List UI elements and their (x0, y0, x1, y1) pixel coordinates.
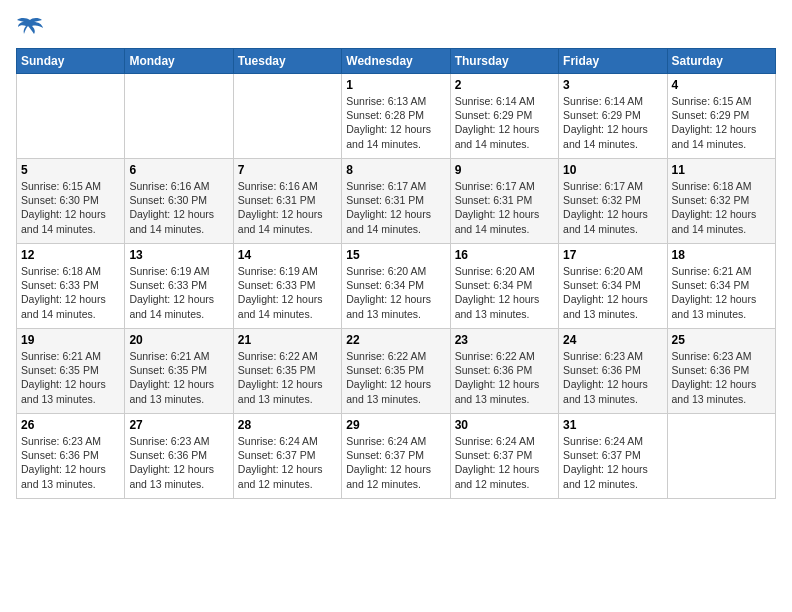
day-info: Sunrise: 6:24 AM Sunset: 6:37 PM Dayligh… (563, 434, 662, 491)
day-number: 9 (455, 163, 554, 177)
day-number: 31 (563, 418, 662, 432)
calendar-cell: 19Sunrise: 6:21 AM Sunset: 6:35 PM Dayli… (17, 329, 125, 414)
day-number: 27 (129, 418, 228, 432)
calendar-cell: 8Sunrise: 6:17 AM Sunset: 6:31 PM Daylig… (342, 159, 450, 244)
day-number: 30 (455, 418, 554, 432)
calendar-cell: 12Sunrise: 6:18 AM Sunset: 6:33 PM Dayli… (17, 244, 125, 329)
day-info: Sunrise: 6:15 AM Sunset: 6:29 PM Dayligh… (672, 94, 771, 151)
day-info: Sunrise: 6:19 AM Sunset: 6:33 PM Dayligh… (129, 264, 228, 321)
day-info: Sunrise: 6:14 AM Sunset: 6:29 PM Dayligh… (455, 94, 554, 151)
day-number: 15 (346, 248, 445, 262)
day-number: 29 (346, 418, 445, 432)
day-info: Sunrise: 6:24 AM Sunset: 6:37 PM Dayligh… (238, 434, 337, 491)
day-number: 17 (563, 248, 662, 262)
logo-icon (16, 16, 44, 40)
day-info: Sunrise: 6:23 AM Sunset: 6:36 PM Dayligh… (672, 349, 771, 406)
day-number: 18 (672, 248, 771, 262)
day-info: Sunrise: 6:24 AM Sunset: 6:37 PM Dayligh… (346, 434, 445, 491)
logo (16, 16, 48, 40)
day-number: 12 (21, 248, 120, 262)
day-number: 10 (563, 163, 662, 177)
day-number: 8 (346, 163, 445, 177)
day-number: 22 (346, 333, 445, 347)
calendar-cell: 16Sunrise: 6:20 AM Sunset: 6:34 PM Dayli… (450, 244, 558, 329)
calendar-cell (125, 74, 233, 159)
day-info: Sunrise: 6:21 AM Sunset: 6:35 PM Dayligh… (21, 349, 120, 406)
day-number: 21 (238, 333, 337, 347)
day-info: Sunrise: 6:23 AM Sunset: 6:36 PM Dayligh… (21, 434, 120, 491)
calendar-cell: 18Sunrise: 6:21 AM Sunset: 6:34 PM Dayli… (667, 244, 775, 329)
calendar-cell: 14Sunrise: 6:19 AM Sunset: 6:33 PM Dayli… (233, 244, 341, 329)
day-info: Sunrise: 6:17 AM Sunset: 6:32 PM Dayligh… (563, 179, 662, 236)
week-row: 12Sunrise: 6:18 AM Sunset: 6:33 PM Dayli… (17, 244, 776, 329)
weekday-header: Sunday (17, 49, 125, 74)
day-info: Sunrise: 6:17 AM Sunset: 6:31 PM Dayligh… (346, 179, 445, 236)
calendar-cell (233, 74, 341, 159)
day-number: 19 (21, 333, 120, 347)
day-number: 16 (455, 248, 554, 262)
calendar-cell: 28Sunrise: 6:24 AM Sunset: 6:37 PM Dayli… (233, 414, 341, 499)
page-header (16, 16, 776, 40)
calendar-cell: 25Sunrise: 6:23 AM Sunset: 6:36 PM Dayli… (667, 329, 775, 414)
calendar-cell: 1Sunrise: 6:13 AM Sunset: 6:28 PM Daylig… (342, 74, 450, 159)
calendar-cell: 3Sunrise: 6:14 AM Sunset: 6:29 PM Daylig… (559, 74, 667, 159)
day-number: 4 (672, 78, 771, 92)
calendar-cell: 30Sunrise: 6:24 AM Sunset: 6:37 PM Dayli… (450, 414, 558, 499)
weekday-header: Saturday (667, 49, 775, 74)
calendar-cell: 20Sunrise: 6:21 AM Sunset: 6:35 PM Dayli… (125, 329, 233, 414)
day-info: Sunrise: 6:20 AM Sunset: 6:34 PM Dayligh… (563, 264, 662, 321)
day-number: 3 (563, 78, 662, 92)
calendar-cell: 11Sunrise: 6:18 AM Sunset: 6:32 PM Dayli… (667, 159, 775, 244)
calendar-cell (667, 414, 775, 499)
calendar-cell: 9Sunrise: 6:17 AM Sunset: 6:31 PM Daylig… (450, 159, 558, 244)
day-info: Sunrise: 6:13 AM Sunset: 6:28 PM Dayligh… (346, 94, 445, 151)
calendar-cell: 29Sunrise: 6:24 AM Sunset: 6:37 PM Dayli… (342, 414, 450, 499)
day-info: Sunrise: 6:23 AM Sunset: 6:36 PM Dayligh… (563, 349, 662, 406)
calendar-cell: 21Sunrise: 6:22 AM Sunset: 6:35 PM Dayli… (233, 329, 341, 414)
calendar-cell: 23Sunrise: 6:22 AM Sunset: 6:36 PM Dayli… (450, 329, 558, 414)
day-info: Sunrise: 6:24 AM Sunset: 6:37 PM Dayligh… (455, 434, 554, 491)
day-info: Sunrise: 6:23 AM Sunset: 6:36 PM Dayligh… (129, 434, 228, 491)
week-row: 1Sunrise: 6:13 AM Sunset: 6:28 PM Daylig… (17, 74, 776, 159)
weekday-header: Thursday (450, 49, 558, 74)
calendar-cell: 2Sunrise: 6:14 AM Sunset: 6:29 PM Daylig… (450, 74, 558, 159)
day-number: 5 (21, 163, 120, 177)
calendar-cell: 5Sunrise: 6:15 AM Sunset: 6:30 PM Daylig… (17, 159, 125, 244)
weekday-header-row: SundayMondayTuesdayWednesdayThursdayFrid… (17, 49, 776, 74)
day-number: 23 (455, 333, 554, 347)
calendar-cell: 7Sunrise: 6:16 AM Sunset: 6:31 PM Daylig… (233, 159, 341, 244)
day-number: 6 (129, 163, 228, 177)
day-number: 28 (238, 418, 337, 432)
day-info: Sunrise: 6:21 AM Sunset: 6:35 PM Dayligh… (129, 349, 228, 406)
calendar-cell: 31Sunrise: 6:24 AM Sunset: 6:37 PM Dayli… (559, 414, 667, 499)
day-info: Sunrise: 6:15 AM Sunset: 6:30 PM Dayligh… (21, 179, 120, 236)
weekday-header: Tuesday (233, 49, 341, 74)
calendar-cell (17, 74, 125, 159)
day-info: Sunrise: 6:16 AM Sunset: 6:30 PM Dayligh… (129, 179, 228, 236)
day-info: Sunrise: 6:22 AM Sunset: 6:35 PM Dayligh… (238, 349, 337, 406)
day-number: 26 (21, 418, 120, 432)
day-info: Sunrise: 6:18 AM Sunset: 6:32 PM Dayligh… (672, 179, 771, 236)
day-info: Sunrise: 6:20 AM Sunset: 6:34 PM Dayligh… (455, 264, 554, 321)
day-number: 11 (672, 163, 771, 177)
day-number: 2 (455, 78, 554, 92)
week-row: 5Sunrise: 6:15 AM Sunset: 6:30 PM Daylig… (17, 159, 776, 244)
calendar-cell: 24Sunrise: 6:23 AM Sunset: 6:36 PM Dayli… (559, 329, 667, 414)
calendar-cell: 13Sunrise: 6:19 AM Sunset: 6:33 PM Dayli… (125, 244, 233, 329)
calendar-cell: 17Sunrise: 6:20 AM Sunset: 6:34 PM Dayli… (559, 244, 667, 329)
day-number: 7 (238, 163, 337, 177)
weekday-header: Friday (559, 49, 667, 74)
day-info: Sunrise: 6:17 AM Sunset: 6:31 PM Dayligh… (455, 179, 554, 236)
calendar-cell: 4Sunrise: 6:15 AM Sunset: 6:29 PM Daylig… (667, 74, 775, 159)
calendar-cell: 10Sunrise: 6:17 AM Sunset: 6:32 PM Dayli… (559, 159, 667, 244)
day-info: Sunrise: 6:14 AM Sunset: 6:29 PM Dayligh… (563, 94, 662, 151)
day-number: 13 (129, 248, 228, 262)
day-number: 25 (672, 333, 771, 347)
day-info: Sunrise: 6:18 AM Sunset: 6:33 PM Dayligh… (21, 264, 120, 321)
calendar-cell: 6Sunrise: 6:16 AM Sunset: 6:30 PM Daylig… (125, 159, 233, 244)
calendar-cell: 26Sunrise: 6:23 AM Sunset: 6:36 PM Dayli… (17, 414, 125, 499)
week-row: 26Sunrise: 6:23 AM Sunset: 6:36 PM Dayli… (17, 414, 776, 499)
calendar-cell: 22Sunrise: 6:22 AM Sunset: 6:35 PM Dayli… (342, 329, 450, 414)
day-info: Sunrise: 6:19 AM Sunset: 6:33 PM Dayligh… (238, 264, 337, 321)
weekday-header: Wednesday (342, 49, 450, 74)
